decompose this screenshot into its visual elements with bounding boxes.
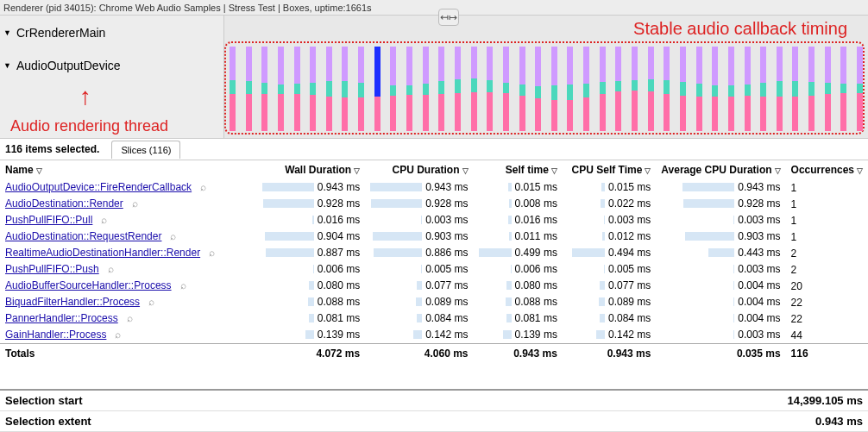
function-link[interactable]: AudioBufferSourceHandler::Process xyxy=(5,279,172,291)
trace-slice[interactable] xyxy=(777,47,783,131)
trace-slice[interactable] xyxy=(471,47,477,131)
table-row[interactable]: PushPullFIFO::Push⌕0.006 ms0.005 ms0.006… xyxy=(0,261,868,278)
trace-slice[interactable] xyxy=(438,47,444,131)
magnify-icon[interactable]: ⌕ xyxy=(108,263,114,275)
function-link[interactable]: PushPullFIFO::Pull xyxy=(5,214,92,226)
table-row[interactable]: BiquadFilterHandler::Process⌕0.088 ms0.0… xyxy=(0,294,868,310)
table-row[interactable]: PannerHandler::Process⌕0.081 ms0.084 ms0… xyxy=(0,310,868,327)
chevron-down-icon[interactable]: ▼ xyxy=(3,61,11,70)
trace-slice[interactable] xyxy=(792,47,798,131)
trace-slice[interactable] xyxy=(310,47,316,131)
magnify-icon[interactable]: ⌕ xyxy=(200,181,206,193)
trace-slice[interactable] xyxy=(294,47,300,131)
cpu-self-time: 0.142 ms xyxy=(563,327,656,344)
trace-slice[interactable] xyxy=(825,47,831,131)
table-row[interactable]: PushPullFIFO::Pull⌕0.016 ms0.003 ms0.016… xyxy=(0,212,868,229)
trace-slice[interactable] xyxy=(374,47,381,131)
trace-slices[interactable] xyxy=(230,47,863,131)
function-link[interactable]: AudioOutputDevice::FireRenderCallback xyxy=(5,181,192,193)
col-occ[interactable]: Occurrences▽ xyxy=(786,160,868,179)
trace-slice[interactable] xyxy=(680,47,686,131)
trace-slice[interactable] xyxy=(503,47,509,131)
trace-slice[interactable] xyxy=(760,47,766,131)
sort-icon: ▽ xyxy=(551,166,557,175)
trace-slice[interactable] xyxy=(857,47,863,131)
trace-slice[interactable] xyxy=(246,47,252,131)
trace-slice[interactable] xyxy=(567,47,573,131)
col-self[interactable]: Self time▽ xyxy=(474,160,563,179)
trace-slice[interactable] xyxy=(358,47,364,131)
col-name[interactable]: Name▽ xyxy=(0,160,257,179)
magnify-icon[interactable]: ⌕ xyxy=(101,214,107,226)
table-row[interactable]: AudioBufferSourceHandler::Process⌕0.080 … xyxy=(0,278,868,294)
function-link[interactable]: AudioDestination::RequestRender xyxy=(5,230,161,242)
wall-duration: 0.928 ms xyxy=(257,196,365,212)
trace-slice[interactable] xyxy=(745,47,751,131)
magnify-icon[interactable]: ⌕ xyxy=(127,312,133,324)
trace-slice[interactable] xyxy=(278,47,284,131)
trace-slice[interactable] xyxy=(583,47,589,131)
trace-slice[interactable] xyxy=(487,47,493,131)
thread-row-audio[interactable]: ▼ AudioOutputDevice xyxy=(3,59,220,72)
trace-slice[interactable] xyxy=(406,47,412,131)
expand-toggle[interactable]: ↤↦ xyxy=(438,9,459,26)
col-avg-cpu[interactable]: Average CPU Duration▽ xyxy=(656,160,785,179)
sort-icon: ▽ xyxy=(645,166,651,175)
header-bar: Renderer (pid 34015): Chrome Web Audio S… xyxy=(0,0,868,16)
table-row[interactable]: AudioDestination::RequestRender⌕0.904 ms… xyxy=(0,229,868,245)
trace-slice[interactable] xyxy=(615,47,621,131)
function-link[interactable]: PushPullFIFO::Push xyxy=(5,263,99,275)
col-wall[interactable]: Wall Duration▽ xyxy=(257,160,365,179)
function-link[interactable]: GainHandler::Process xyxy=(5,329,106,341)
self-time: 0.139 ms xyxy=(474,327,563,344)
trace-pane[interactable]: Stable audio callback timing xyxy=(224,16,868,138)
trace-slice[interactable] xyxy=(696,47,702,131)
trace-slice[interactable] xyxy=(808,47,815,131)
sort-icon: ▽ xyxy=(857,166,863,175)
magnify-icon[interactable]: ⌕ xyxy=(148,296,154,308)
trace-slice[interactable] xyxy=(712,47,718,131)
cpu-self-time: 0.012 ms xyxy=(563,229,656,245)
table-row[interactable]: AudioOutputDevice::FireRenderCallback⌕0.… xyxy=(0,179,868,196)
chevron-down-icon[interactable]: ▼ xyxy=(3,28,11,37)
col-cpu-self[interactable]: CPU Self Time▽ xyxy=(563,160,656,179)
trace-slice[interactable] xyxy=(535,47,541,131)
magnify-icon[interactable]: ⌕ xyxy=(170,230,176,242)
occurrences: 44 xyxy=(786,327,868,344)
function-link[interactable]: BiquadFilterHandler::Process xyxy=(5,296,140,308)
trace-slice[interactable] xyxy=(342,47,348,131)
table-row[interactable]: GainHandler::Process⌕0.139 ms0.142 ms0.1… xyxy=(0,327,868,344)
magnify-icon[interactable]: ⌕ xyxy=(115,329,121,341)
sort-icon: ▽ xyxy=(775,166,781,175)
table-row[interactable]: AudioDestination::Render⌕0.928 ms0.928 m… xyxy=(0,196,868,212)
magnify-icon[interactable]: ⌕ xyxy=(209,247,215,259)
avg-cpu-duration: 0.903 ms xyxy=(656,229,785,245)
col-cpu[interactable]: CPU Duration▽ xyxy=(365,160,473,179)
magnify-icon[interactable]: ⌕ xyxy=(132,197,138,210)
trace-slice[interactable] xyxy=(230,47,236,131)
function-link[interactable]: AudioDestination::Render xyxy=(5,197,123,210)
trace-slice[interactable] xyxy=(261,47,267,131)
avg-cpu-duration: 0.004 ms xyxy=(656,294,785,310)
trace-slice[interactable] xyxy=(455,47,461,131)
trace-slice[interactable] xyxy=(728,47,734,131)
table-row[interactable]: RealtimeAudioDestinationHandler::Render⌕… xyxy=(0,245,868,261)
trace-slice[interactable] xyxy=(390,47,396,131)
trace-slice[interactable] xyxy=(551,47,557,131)
function-link[interactable]: PannerHandler::Process xyxy=(5,312,118,324)
trace-slice[interactable] xyxy=(632,47,638,131)
trace-slice[interactable] xyxy=(423,47,429,131)
trace-slice[interactable] xyxy=(840,47,846,131)
thread-row-renderer[interactable]: ▼ CrRendererMain xyxy=(3,26,220,40)
trace-slice[interactable] xyxy=(326,47,332,131)
cpu-duration: 0.142 ms xyxy=(365,327,473,344)
selection-start-label: Selection start xyxy=(5,394,83,407)
trace-slice[interactable] xyxy=(519,47,525,131)
magnify-icon[interactable]: ⌕ xyxy=(180,279,186,291)
tab-slices[interactable]: Slices (116) xyxy=(111,141,180,159)
function-link[interactable]: RealtimeAudioDestinationHandler::Render xyxy=(5,247,200,259)
trace-slice[interactable] xyxy=(600,47,606,131)
wall-duration: 0.081 ms xyxy=(257,310,365,327)
trace-slice[interactable] xyxy=(648,47,654,131)
trace-slice[interactable] xyxy=(664,47,670,131)
